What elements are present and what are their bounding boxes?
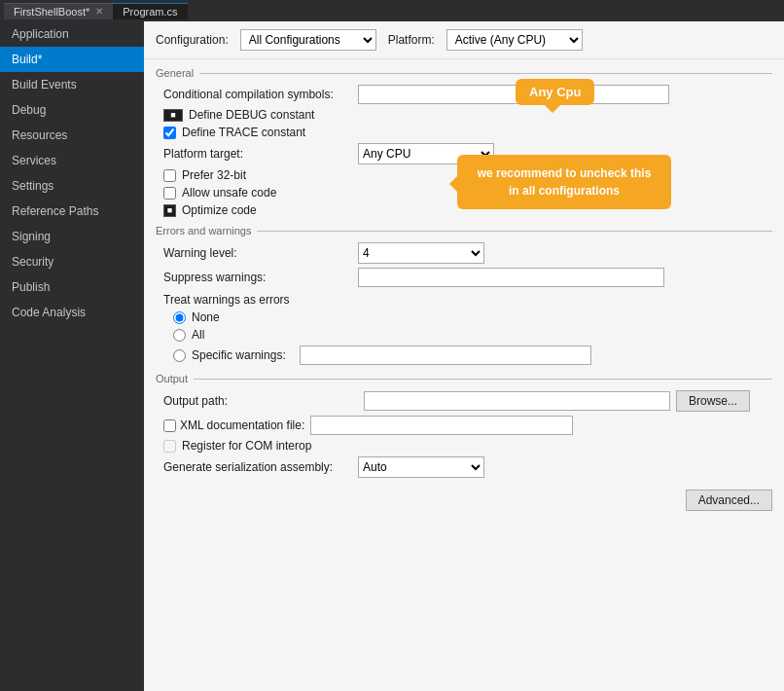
tab-close-project[interactable]: ✕ xyxy=(95,6,103,17)
sidebar-item-build[interactable]: Build* xyxy=(0,47,144,72)
sidebar-item-resources[interactable]: Resources xyxy=(0,123,144,148)
allow-unsafe-checkbox[interactable] xyxy=(163,187,176,200)
general-section-title: General xyxy=(156,67,772,79)
sidebar-item-services[interactable]: Services xyxy=(0,148,144,173)
ccs-row: Conditional compilation symbols: xyxy=(156,85,772,104)
specific-radio[interactable] xyxy=(173,349,186,362)
configuration-label: Configuration: xyxy=(156,33,229,47)
none-label: None xyxy=(192,310,220,324)
com-interop-label: Register for COM interop xyxy=(182,439,311,453)
warning-level-label: Warning level: xyxy=(163,246,358,260)
output-section-title: Output xyxy=(156,373,772,384)
tab-program[interactable]: Program.cs xyxy=(113,3,187,19)
define-debug-checkbox-icon[interactable]: ■ xyxy=(163,109,183,122)
browse-button[interactable]: Browse... xyxy=(676,390,750,412)
prefer32-checkbox[interactable] xyxy=(163,169,176,182)
none-radio-row: None xyxy=(156,310,772,324)
callout-anycpu: Any Cpu xyxy=(516,79,594,105)
allow-unsafe-label: Allow unsafe code xyxy=(182,186,276,200)
com-interop-checkbox[interactable] xyxy=(163,440,176,453)
sidebar-item-signing[interactable]: Signing xyxy=(0,224,144,249)
main-container: Application Build* Build Events Debug Re… xyxy=(0,21,784,691)
specific-radio-row: Specific warnings: xyxy=(156,346,772,365)
suppress-warnings-input[interactable] xyxy=(358,268,664,287)
tab-program-label: Program.cs xyxy=(123,6,177,18)
xml-doc-label: XML documentation file: xyxy=(180,418,304,432)
configuration-select[interactable]: All Configurations Debug Release xyxy=(240,29,376,51)
output-path-label: Output path: xyxy=(163,394,358,408)
errors-section-title: Errors and warnings xyxy=(156,225,772,236)
define-trace-checkbox[interactable] xyxy=(163,127,176,139)
serialization-row: Generate serialization assembly: Auto On… xyxy=(156,456,772,478)
prefer32-label: Prefer 32-bit xyxy=(182,168,246,182)
treat-warnings-label: Treat warnings as errors xyxy=(156,293,772,307)
config-bar: Configuration: All Configurations Debug … xyxy=(144,21,784,59)
bottom-bar: Advanced... xyxy=(144,482,784,519)
sidebar-item-debug[interactable]: Debug xyxy=(0,97,144,123)
platform-target-label: Platform target: xyxy=(163,147,358,161)
specific-label: Specific warnings: xyxy=(192,348,286,362)
xml-doc-input[interactable] xyxy=(310,416,573,435)
optimize-code-label: Optimize code xyxy=(182,203,257,217)
xml-doc-checkbox[interactable] xyxy=(163,419,176,432)
callout-recommend: we recommend to uncheck this in all conf… xyxy=(457,155,671,209)
suppress-warnings-label: Suppress warnings: xyxy=(163,271,358,284)
output-section: Output Output path: Browse... XML docume… xyxy=(156,373,772,478)
errors-section: Errors and warnings Warning level: 4 0 1… xyxy=(156,225,772,365)
sidebar-item-settings[interactable]: Settings xyxy=(0,173,144,199)
serialization-select[interactable]: Auto On Off xyxy=(358,456,484,478)
tab-project[interactable]: FirstShellBoost* ✕ xyxy=(4,3,113,19)
tab-project-label: FirstShellBoost* xyxy=(14,6,89,18)
platform-select[interactable]: Active (Any CPU) Any CPU x86 x64 xyxy=(446,29,583,51)
sidebar-item-reference-paths[interactable]: Reference Paths xyxy=(0,199,144,224)
sidebar-item-build-events[interactable]: Build Events xyxy=(0,72,144,97)
output-path-row: Output path: Browse... xyxy=(156,390,772,412)
serialization-label: Generate serialization assembly: xyxy=(163,460,358,474)
define-trace-row: Define TRACE constant xyxy=(156,126,772,139)
suppress-warnings-row: Suppress warnings: xyxy=(156,268,772,287)
all-label: All xyxy=(192,328,204,342)
sidebar-item-code-analysis[interactable]: Code Analysis xyxy=(0,300,144,325)
warning-level-select[interactable]: 4 0 1 2 3 xyxy=(358,242,484,264)
define-debug-row: ■ Define DEBUG constant xyxy=(156,108,772,122)
warning-level-row: Warning level: 4 0 1 2 3 xyxy=(156,242,772,264)
content-area: Configuration: All Configurations Debug … xyxy=(144,21,784,691)
sidebar-item-publish[interactable]: Publish xyxy=(0,274,144,300)
sidebar-item-security[interactable]: Security xyxy=(0,249,144,274)
optimize-code-checkbox-icon[interactable]: ■ xyxy=(163,204,176,217)
title-bar: FirstShellBoost* ✕ Program.cs xyxy=(0,0,784,21)
specific-warnings-input[interactable] xyxy=(300,346,591,365)
output-path-input[interactable] xyxy=(364,391,670,411)
define-trace-label: Define TRACE constant xyxy=(182,126,305,139)
sidebar: Application Build* Build Events Debug Re… xyxy=(0,21,144,691)
ccs-label: Conditional compilation symbols: xyxy=(163,88,358,101)
platform-label: Platform: xyxy=(388,33,435,47)
define-debug-label: Define DEBUG constant xyxy=(189,108,314,122)
none-radio[interactable] xyxy=(173,311,186,324)
all-radio-row: All xyxy=(156,328,772,342)
all-radio[interactable] xyxy=(173,329,186,342)
sidebar-item-application[interactable]: Application xyxy=(0,21,144,47)
advanced-button[interactable]: Advanced... xyxy=(686,490,772,511)
ccs-input[interactable] xyxy=(358,85,669,104)
general-section: General Conditional compilation symbols:… xyxy=(156,67,772,217)
com-interop-row: Register for COM interop xyxy=(156,439,772,453)
xml-doc-row: XML documentation file: xyxy=(156,416,772,435)
